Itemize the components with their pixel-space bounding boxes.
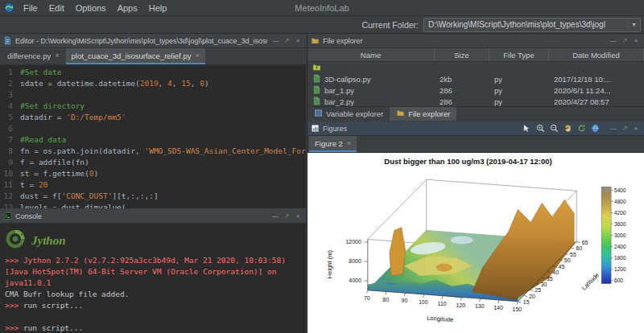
float-icon[interactable]: ↗ xyxy=(620,125,630,132)
table-row[interactable]: bar_2.py286py2020/4/27 08:57 xyxy=(308,96,644,106)
column-header-size[interactable]: Size xyxy=(435,48,489,61)
editor-panel-title: Editor - D:\Working\MIScript\Jython\mis\… xyxy=(15,37,267,45)
svg-text:140: 140 xyxy=(493,305,503,310)
code-line[interactable]: 12dust = f['CONC_DUST'][t,:,:,:] xyxy=(0,191,306,202)
rotate-icon[interactable] xyxy=(576,123,587,134)
svg-text:4200: 4200 xyxy=(614,210,626,216)
colorbar-ticks: 60012001800240030003600420048005400 xyxy=(611,187,626,283)
jython-logo-icon xyxy=(5,228,26,253)
close-icon[interactable]: × xyxy=(293,212,303,220)
menu-edit[interactable]: Edit xyxy=(43,2,70,14)
dust-isosurface-blob xyxy=(436,264,452,272)
minimize-icon[interactable]: — xyxy=(270,37,280,44)
menu-bar: FileEditOptionsAppsHelp MeteoInfoLab xyxy=(0,0,644,16)
py-file-icon xyxy=(312,74,321,84)
figure-canvas[interactable]: Dust bigger than 100 ug/m3 (2019-04-17 1… xyxy=(308,153,644,333)
table-row[interactable] xyxy=(308,62,644,73)
code-line[interactable]: 2sdate = datetime.datetime(2019, 4, 15, … xyxy=(0,78,306,89)
line-number: 7 xyxy=(0,134,13,146)
figure-title: Dust bigger than 100 ug/m3 (2019-04-17 1… xyxy=(384,157,551,166)
svg-text:4800: 4800 xyxy=(614,199,626,204)
menu-help[interactable]: Help xyxy=(143,2,173,14)
figure-tab[interactable]: Figure 2 × xyxy=(309,136,357,152)
tab-file-explorer[interactable]: File explorer xyxy=(390,107,456,121)
close-icon[interactable]: × xyxy=(55,51,59,60)
table-icon xyxy=(314,109,323,119)
code-line[interactable]: 9f = addfile(fn) xyxy=(0,157,306,168)
globe-icon[interactable] xyxy=(590,123,601,134)
file-explorer-panel-title: File explorer xyxy=(323,37,605,45)
console-output: >>> Jython 2.7.2 (v2.7.2:925a3cc3b49d, M… xyxy=(5,255,301,333)
code-line[interactable]: 6 xyxy=(0,123,306,134)
code-line[interactable]: 5datadir = 'D:/Temp/mm5' xyxy=(0,112,306,123)
file-table-header: NameSizeFile TypeDate Modified xyxy=(308,48,644,62)
menu-options[interactable]: Options xyxy=(70,2,112,14)
float-icon[interactable]: ↗ xyxy=(282,212,291,220)
code-line[interactable]: 3 xyxy=(0,89,306,101)
code-line[interactable]: 10st = f.gettime(0) xyxy=(0,168,306,179)
pan-hand-icon[interactable] xyxy=(563,123,573,134)
editor-panel-header: Editor - D:\Working\MIScript\Jython\mis\… xyxy=(0,34,306,48)
menu-file[interactable]: File xyxy=(18,2,43,14)
svg-text:1800: 1800 xyxy=(614,255,626,261)
svg-text:1200: 1200 xyxy=(614,266,626,272)
svg-text:20: 20 xyxy=(529,294,535,299)
line-number: 4 xyxy=(0,101,13,112)
svg-text:90: 90 xyxy=(402,298,408,303)
line-number: 2 xyxy=(0,78,13,89)
editor-tab-difference-py[interactable]: difference.py× xyxy=(2,48,65,64)
code-editor[interactable]: 1#Set date2sdate = datetime.datetime(201… xyxy=(0,65,306,208)
close-icon[interactable]: × xyxy=(195,51,199,60)
console[interactable]: Jython >>> Jython 2.7.2 (v2.7.2:925a3cc3… xyxy=(0,224,306,333)
tab-variable-explorer[interactable]: Variable explorer xyxy=(308,107,390,121)
table-row[interactable]: 3D-calipso.py2kbpy2017/12/18 10:... xyxy=(308,73,644,84)
panel-controls: — ↗ × xyxy=(609,37,641,44)
select-arrow-icon[interactable] xyxy=(522,123,532,134)
table-row[interactable]: bar_1.py286py2020/6/1 11:24... xyxy=(308,84,644,96)
menu-apps[interactable]: Apps xyxy=(112,2,143,14)
svg-text:65: 65 xyxy=(582,240,588,245)
jython-logo-text: Jython xyxy=(31,235,66,246)
chevron-down-icon[interactable]: ▾ xyxy=(627,21,640,28)
console-line: >>> run script... xyxy=(5,323,301,333)
console-line: >>> run script... xyxy=(5,300,301,311)
editor-tab-plot-cuace-3d-isosurface-relief-py[interactable]: plot_cuace_3d_isosurface_relief.py× xyxy=(66,48,205,64)
minimize-icon[interactable]: — xyxy=(609,37,618,44)
close-icon[interactable]: × xyxy=(631,37,641,44)
code-line[interactable]: 7#Read data xyxy=(0,134,306,146)
code-line[interactable]: 11t = 20 xyxy=(0,179,306,191)
svg-text:30: 30 xyxy=(541,282,547,287)
svg-text:70: 70 xyxy=(364,295,370,301)
file-size: 286 xyxy=(435,86,489,95)
close-icon[interactable]: × xyxy=(631,125,641,132)
code-line[interactable]: 1#Set date xyxy=(0,67,306,78)
file-name: 3D-calipso.py xyxy=(324,75,371,84)
float-icon[interactable]: ↗ xyxy=(282,37,291,44)
code-line[interactable]: 4#Set directory xyxy=(0,101,306,112)
minimize-icon[interactable]: — xyxy=(270,212,280,220)
minimize-icon[interactable]: — xyxy=(609,125,618,132)
svg-text:15: 15 xyxy=(523,299,530,305)
toolbar: Current Folder: D:\Working\MIScript\Jyth… xyxy=(0,16,644,34)
float-icon[interactable]: ↗ xyxy=(620,37,630,44)
svg-text:3000: 3000 xyxy=(614,232,626,238)
svg-text:80: 80 xyxy=(382,297,389,302)
z-axis-label: Height (m) xyxy=(326,250,333,279)
colorbar xyxy=(601,187,611,284)
line-number: 9 xyxy=(0,157,13,168)
close-icon[interactable]: × xyxy=(347,139,351,147)
code-line[interactable]: 13levels = dust.dimvalue( xyxy=(0,202,306,208)
current-folder-combobox[interactable]: D:\Working\MIScript\Jython\mis\plot_type… xyxy=(423,18,641,32)
column-header-date-modified[interactable]: Date Modified xyxy=(549,48,644,61)
svg-text:2400: 2400 xyxy=(614,244,626,249)
console-line: CMA Bufr lookup file added. xyxy=(5,289,301,300)
zoom-in-icon[interactable] xyxy=(535,123,546,134)
zoom-out-icon[interactable] xyxy=(549,123,559,134)
column-header-file-type[interactable]: File Type xyxy=(489,48,549,61)
line-number: 1 xyxy=(0,67,13,78)
column-header-name[interactable]: Name xyxy=(308,48,435,61)
close-icon[interactable]: × xyxy=(293,37,303,44)
code-line[interactable]: 8fn = os.path.join(datadir, 'WMO_SDS-WAS… xyxy=(0,146,306,157)
figure-tab-label: Figure 2 xyxy=(315,139,343,148)
folder-up-icon xyxy=(312,63,321,73)
